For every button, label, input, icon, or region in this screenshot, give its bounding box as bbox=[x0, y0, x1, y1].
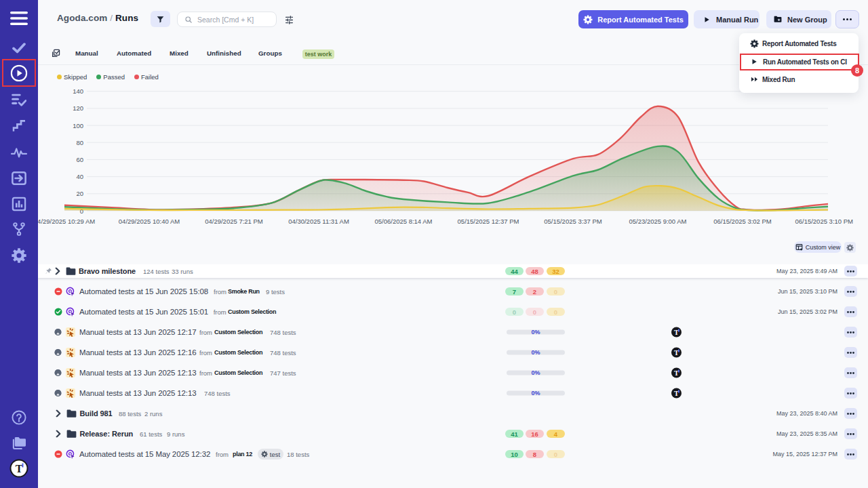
svg-text:05/06/2025 8:14 AM: 05/06/2025 8:14 AM bbox=[374, 218, 432, 225]
svg-text:04/29/2025 10:29 AM: 04/29/2025 10:29 AM bbox=[34, 218, 95, 225]
svg-text:04/29/2025 7:21 PM: 04/29/2025 7:21 PM bbox=[205, 218, 263, 225]
svg-text:80: 80 bbox=[76, 139, 83, 146]
svg-text:06/15/2025 3:02 PM: 06/15/2025 3:02 PM bbox=[713, 218, 772, 225]
svg-text:40: 40 bbox=[76, 173, 83, 180]
svg-text:06/15/2025 3:10 PM: 06/15/2025 3:10 PM bbox=[795, 218, 853, 225]
svg-text:05/15/2025 3:37 PM: 05/15/2025 3:37 PM bbox=[544, 218, 602, 225]
svg-text:100: 100 bbox=[73, 122, 83, 129]
svg-text:04/30/2025 11:31 AM: 04/30/2025 11:31 AM bbox=[288, 218, 349, 225]
svg-text:20: 20 bbox=[76, 190, 83, 197]
svg-text:04/29/2025 10:40 AM: 04/29/2025 10:40 AM bbox=[119, 218, 180, 225]
svg-text:120: 120 bbox=[73, 104, 83, 112]
svg-text:05/15/2025 12:37 PM: 05/15/2025 12:37 PM bbox=[458, 218, 519, 225]
svg-text:05/23/2025 9:00 AM: 05/23/2025 9:00 AM bbox=[629, 218, 686, 225]
svg-text:140: 140 bbox=[73, 87, 83, 95]
svg-text:60: 60 bbox=[76, 156, 83, 163]
